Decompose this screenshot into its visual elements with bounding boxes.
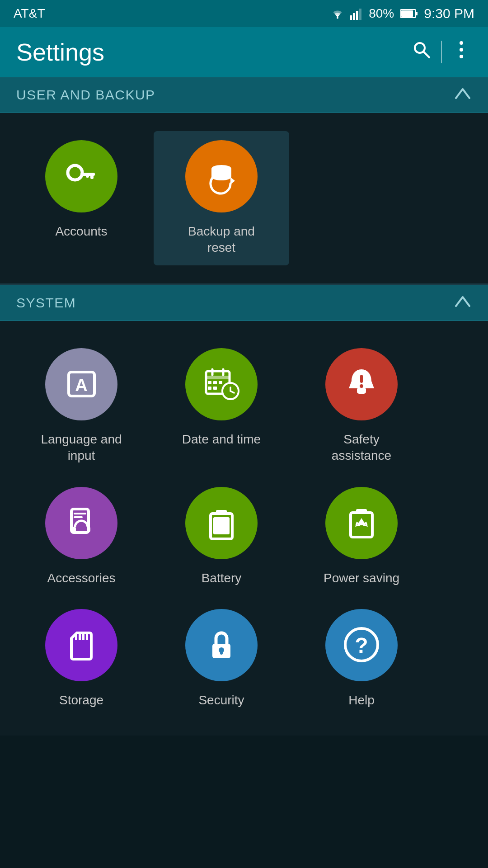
svg-point-12 [460, 55, 463, 58]
powersaving-icon-circle [325, 487, 398, 559]
status-bar: AT&T 80% 9:30 PM [0, 0, 488, 27]
power-saving-label: Power saving [324, 570, 399, 586]
key-icon [62, 157, 101, 196]
storage-label: Storage [59, 692, 103, 708]
help-label: Help [348, 692, 375, 708]
accessories-icon [62, 504, 101, 542]
svg-rect-39 [360, 375, 363, 383]
svg-rect-6 [416, 12, 418, 15]
svg-line-9 [423, 52, 429, 57]
backup-icon-circle [185, 140, 258, 212]
svg-rect-7 [401, 10, 413, 17]
security-label: Security [198, 692, 244, 708]
carrier-label: AT&T [14, 6, 45, 21]
svg-rect-53 [75, 633, 77, 640]
safety-icon-circle [325, 348, 398, 420]
svg-rect-3 [356, 11, 358, 20]
storage-icon-circle [45, 609, 117, 681]
signal-icon [350, 7, 362, 20]
safety-item[interactable]: Safetyassistance [294, 339, 429, 473]
more-options-button[interactable] [451, 39, 472, 65]
svg-rect-16 [86, 173, 89, 178]
power-saving-item[interactable]: Power saving [294, 478, 429, 595]
toolbar-divider [441, 41, 442, 63]
svg-rect-48 [213, 517, 230, 534]
svg-rect-15 [90, 173, 94, 179]
system-grid: A Language andinput [0, 321, 488, 736]
powersaving-icon [343, 504, 381, 542]
section-title-user-backup: USER AND BACKUP [16, 87, 155, 103]
svg-point-11 [460, 48, 463, 52]
svg-point-0 [337, 17, 338, 19]
battery-icon-circle [185, 487, 258, 559]
page-title: Settings [16, 38, 411, 66]
storage-item[interactable]: Storage [14, 600, 149, 717]
accessories-label: Accessories [47, 570, 116, 586]
help-icon-circle: ? [325, 609, 398, 681]
section-chevron-system [454, 293, 472, 312]
svg-marker-22 [230, 177, 235, 184]
svg-rect-31 [219, 381, 222, 384]
security-icon-circle [185, 609, 258, 681]
battery-label: 80% [369, 6, 394, 21]
svg-point-40 [360, 384, 363, 388]
accounts-label: Accounts [55, 223, 107, 240]
battery-icon [400, 9, 418, 19]
svg-rect-33 [213, 387, 217, 390]
svg-rect-29 [208, 381, 211, 384]
language-icon-circle: A [45, 348, 117, 420]
search-button[interactable] [411, 39, 432, 65]
svg-rect-43 [74, 516, 83, 518]
safety-icon [343, 365, 381, 403]
svg-rect-32 [208, 387, 211, 390]
accounts-item[interactable]: Accounts [14, 131, 149, 265]
section-header-user-backup[interactable]: USER AND BACKUP [0, 77, 488, 113]
language-icon: A [62, 365, 101, 403]
svg-rect-42 [74, 513, 86, 514]
time-label: 9:30 PM [424, 6, 474, 21]
datetime-icon-circle [185, 348, 258, 420]
battery-label: Battery [202, 570, 242, 586]
battery-item[interactable]: Battery [154, 478, 289, 595]
svg-point-10 [460, 41, 463, 45]
svg-rect-47 [216, 510, 227, 514]
security-icon [202, 626, 241, 664]
status-right: 80% 9:30 PM [330, 6, 474, 21]
user-backup-grid: Accounts Backup andreset [0, 113, 488, 283]
svg-rect-59 [220, 650, 223, 655]
help-item[interactable]: ? Help [294, 600, 429, 717]
svg-text:A: A [75, 376, 87, 395]
section-header-system[interactable]: SYSTEM [0, 285, 488, 321]
svg-text:?: ? [355, 633, 368, 657]
accessories-item[interactable]: Accessories [14, 478, 149, 595]
svg-rect-1 [350, 15, 352, 20]
date-time-label: Date and time [182, 431, 261, 448]
app-bar: Settings [0, 27, 488, 77]
svg-rect-50 [356, 509, 367, 514]
svg-rect-2 [353, 13, 355, 20]
storage-icon [62, 626, 101, 664]
backup-icon [202, 157, 241, 196]
status-icons [330, 7, 362, 20]
battery-item-icon [202, 504, 241, 542]
svg-rect-45 [87, 527, 90, 532]
language-input-item[interactable]: A Language andinput [14, 339, 149, 473]
svg-point-38 [357, 390, 366, 394]
accounts-icon-circle [45, 140, 117, 212]
safety-label: Safetyassistance [332, 431, 391, 464]
section-chevron-user-backup [454, 85, 472, 104]
security-item[interactable]: Security [154, 600, 289, 717]
app-bar-actions [411, 39, 472, 65]
datetime-icon [202, 365, 241, 403]
date-time-item[interactable]: Date and time [154, 339, 289, 473]
wifi-icon [330, 7, 345, 20]
svg-rect-44 [72, 527, 76, 532]
svg-rect-30 [213, 381, 217, 384]
language-input-label: Language andinput [41, 431, 122, 464]
section-title-system: SYSTEM [16, 295, 76, 311]
backup-reset-label: Backup andreset [188, 223, 255, 256]
svg-rect-54 [79, 633, 81, 640]
svg-rect-56 [86, 633, 88, 640]
backup-reset-item[interactable]: Backup andreset [154, 131, 289, 265]
accessories-icon-circle [45, 487, 117, 559]
